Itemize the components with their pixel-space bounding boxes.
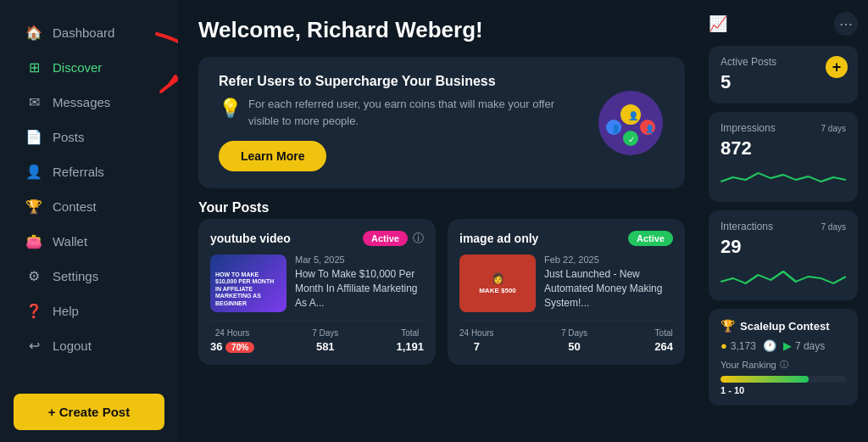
post-meta-1: Mar 5, 2025 How To Make $10,000 Per Mont… (295, 255, 424, 310)
post-thumb-2: 👩 MAKE $500 (459, 255, 536, 312)
contest-days-value: ▶ 7 days (783, 339, 825, 352)
chart-icon: 📈 (709, 14, 727, 33)
post-date-1: Mar 5, 2025 (295, 255, 424, 265)
stat-col-total-1: Total 1,191 (396, 328, 424, 353)
your-posts-section: Your Posts youtube video Active ⓘ HOW TO… (198, 200, 685, 365)
posts-icon: 📄 (25, 129, 42, 145)
coin-icon: ● (721, 339, 727, 352)
active-posts-card: Active Posts 5 + (709, 46, 858, 104)
sidebar-item-referrals[interactable]: 👤 Referrals (7, 155, 171, 188)
home-icon: 🏠 (25, 25, 42, 41)
sidebar-label-referrals: Referrals (53, 165, 104, 179)
sidebar-label-settings: Settings (53, 269, 98, 283)
impressions-value: 872 (721, 137, 846, 159)
ranking-label: Your Ranking (721, 360, 776, 370)
referrals-icon: 👤 (25, 164, 42, 180)
refer-description-text: For each referred user, you earn coins t… (248, 96, 580, 129)
stat-label-24h-2: 24 Hours (459, 328, 494, 338)
post-card-youtube: youtube video Active ⓘ HOW TO MAKE $10,0… (198, 219, 436, 365)
impressions-days: 7 days (821, 124, 846, 133)
impressions-card: Impressions 872 7 days (709, 112, 858, 202)
stat-label-total-1: Total (401, 328, 419, 338)
ranking-row: Your Ranking ⓘ (721, 359, 846, 371)
learn-more-button[interactable]: Learn More (219, 141, 326, 171)
ranking-value: 1 - 10 (721, 385, 846, 395)
sidebar-item-settings[interactable]: ⚙ Settings (7, 260, 171, 293)
create-post-button[interactable]: + Create Post (14, 394, 164, 430)
active-badge-1: Active (363, 231, 408, 246)
sidebar-item-help[interactable]: ❓ Help (7, 294, 171, 327)
stat-col-total-2: Total 264 (654, 328, 673, 353)
sidebar-item-discover[interactable]: ⊞ Discover (7, 51, 171, 84)
stat-label-24h-1: 24 Hours (215, 328, 250, 338)
contest-card: 🏆 Scalelup Contest ● 3,173 🕐 ▶ 7 days Yo… (709, 309, 858, 406)
sidebar-label-logout: Logout (53, 338, 92, 353)
help-icon: ❓ (25, 303, 42, 319)
post-meta-2: Feb 22, 2025 Just Launched - New Automat… (544, 255, 673, 310)
post-card-header-1: youtube video Active ⓘ (210, 231, 424, 246)
stat-badge-red-1: 70% (225, 342, 254, 353)
play-icon: ▶ (783, 339, 792, 352)
contest-title: Scalelup Contest (740, 320, 829, 333)
stat-col-7d-1: 7 Days 581 (312, 328, 338, 353)
badge-row-1: Active ⓘ (363, 231, 424, 246)
sidebar-label-contest: Contest (53, 199, 97, 214)
refer-graphic: ✓ 👤 👤 👤 (597, 89, 665, 157)
svg-text:👤: 👤 (645, 124, 655, 134)
sidebar-label-discover: Discover (53, 60, 102, 75)
contest-days-label: 7 days (795, 340, 825, 352)
info-icon-ranking: ⓘ (780, 359, 788, 371)
messages-icon: ✉ (25, 94, 42, 110)
stat-val-total-1: 1,191 (396, 340, 424, 353)
post-thumb-1: HOW TO MAKE $10,000 PER MONTH IN AFFILIA… (210, 255, 287, 312)
svg-text:👤: 👤 (611, 124, 621, 134)
stat-label-7d-2: 7 Days (561, 328, 587, 338)
sidebar-label-dashboard: Dashboard (53, 25, 114, 40)
sidebar-label-messages: Messages (53, 95, 110, 109)
sidebar-item-messages[interactable]: ✉ Messages (7, 86, 171, 119)
interactions-card: Interactions 29 7 days (709, 210, 858, 300)
stat-val-7d-2: 50 (568, 340, 580, 353)
post-info-row-1: HOW TO MAKE $10,000 PER MONTH IN AFFILIA… (210, 255, 424, 312)
badge-row-2: Active (628, 231, 673, 246)
ranking-fill (721, 376, 809, 383)
contest-title-row: 🏆 Scalelup Contest (721, 319, 846, 333)
post-desc-1: How To Make $10,000 Per Month In Affilia… (295, 267, 424, 310)
three-dot-button[interactable]: ⋯ (834, 12, 858, 36)
discover-icon: ⊞ (25, 59, 42, 76)
right-sidebar: 📈 ⋯ Active Posts 5 + Impressions 872 7 d… (698, 0, 868, 442)
bulb-icon: 💡 (219, 94, 242, 122)
right-top-bar: 📈 ⋯ (709, 12, 858, 36)
post-desc-2: Just Launched - New Automated Money Maki… (544, 267, 673, 310)
refer-card: Refer Users to Supercharge Your Business… (198, 57, 685, 188)
interactions-days: 7 days (821, 222, 846, 232)
refer-title: Refer Users to Supercharge Your Business (219, 74, 580, 89)
sidebar-item-dashboard[interactable]: 🏠 Dashboard (7, 16, 171, 49)
post-thumb-yt-text: HOW TO MAKE $10,000 PER MONTH IN AFFILIA… (210, 255, 287, 312)
welcome-title: Welcome, Richard Weberg! (198, 17, 685, 43)
settings-icon: ⚙ (25, 268, 42, 284)
interactions-value: 29 (721, 236, 846, 258)
refer-desc: 💡 For each referred user, you earn coins… (219, 96, 580, 129)
sidebar-label-help: Help (53, 304, 79, 318)
post-stats-2: 24 Hours 7 7 Days 50 Total 264 (459, 321, 673, 353)
stat-val-total-2: 264 (654, 340, 673, 353)
svg-text:✓: ✓ (628, 135, 635, 144)
sidebar-item-posts[interactable]: 📄 Posts (7, 120, 171, 154)
sidebar-label-wallet: Wallet (53, 234, 87, 249)
post-stats-1: 24 Hours 36 70% 7 Days 581 Total 1,191 (210, 321, 424, 353)
refer-left: Refer Users to Supercharge Your Business… (219, 74, 580, 171)
stat-col-7d-2: 7 Days 50 (561, 328, 587, 353)
sidebar-item-wallet[interactable]: 👛 Wallet (7, 225, 171, 258)
sidebar-item-logout[interactable]: ↩ Logout (7, 329, 171, 362)
add-post-button[interactable]: + (826, 56, 848, 78)
info-icon-1[interactable]: ⓘ (413, 231, 424, 246)
clock-icon: 🕐 (763, 339, 776, 352)
sidebar-item-contest[interactable]: 🏆 Contest (7, 190, 171, 223)
stat-val-24h-1: 36 70% (210, 340, 254, 353)
stat-col-24h-1: 24 Hours 36 70% (210, 328, 254, 353)
main-content: Welcome, Richard Weberg! Refer Users to … (178, 0, 698, 442)
wallet-icon: 👛 (25, 233, 42, 249)
your-posts-title: Your Posts (198, 200, 685, 215)
post-card-image: image ad only Active 👩 MAKE $500 Feb 22,… (448, 219, 685, 365)
